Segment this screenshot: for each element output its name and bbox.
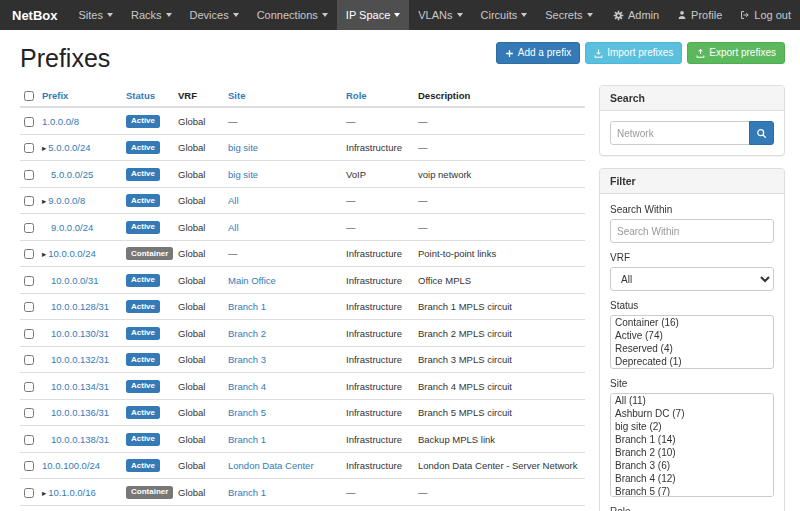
status-badge: Active <box>126 300 160 313</box>
list-option[interactable]: Deprecated (1) <box>611 355 773 368</box>
prefix-link[interactable]: 10.0.0.0/31 <box>51 275 99 286</box>
nav-item-secrets[interactable]: Secrets <box>536 0 601 30</box>
prefix-link[interactable]: 10.0.0.132/31 <box>51 354 109 365</box>
status-badge: Active <box>126 115 160 128</box>
export-prefixes-button[interactable]: Export prefixes <box>687 42 785 64</box>
row-checkbox[interactable] <box>24 196 34 206</box>
row-checkbox[interactable] <box>24 276 34 286</box>
nav-item-racks[interactable]: Racks <box>122 0 181 30</box>
table-row: 10.0.0.130/31ActiveGlobalBranch 2Infrast… <box>20 320 585 347</box>
site-link[interactable]: Branch 4 <box>228 381 266 392</box>
nav-item-ip-space[interactable]: IP Space <box>337 0 409 30</box>
prefix-link[interactable]: 9.0.0.0/8 <box>48 195 85 206</box>
row-checkbox[interactable] <box>24 488 34 498</box>
site-link[interactable]: Branch 1 <box>228 434 266 445</box>
table-row: ▸10.1.0.0/24ContainerGlobalBranch 1Infra… <box>20 505 585 511</box>
add-prefix-button[interactable]: Add a prefix <box>496 42 580 64</box>
nav-item-circuits[interactable]: Circuits <box>472 0 537 30</box>
site-cell: — <box>228 116 238 127</box>
vrf-cell: Global <box>174 426 224 453</box>
site-link[interactable]: Branch 5 <box>228 407 266 418</box>
list-option[interactable]: big site (2) <box>611 420 773 433</box>
prefix-link[interactable]: 10.0.0.0/24 <box>48 248 96 259</box>
prefix-link[interactable]: 5.0.0.0/25 <box>51 169 93 180</box>
role-cell: Infrastructure <box>342 293 414 320</box>
search-input[interactable] <box>610 121 750 145</box>
prefix-link[interactable]: 10.1.0.0/16 <box>48 487 96 498</box>
list-option[interactable]: Branch 1 (14) <box>611 433 773 446</box>
row-checkbox[interactable] <box>24 302 34 312</box>
column-header-site[interactable]: Site <box>224 85 342 107</box>
description-cell: — <box>414 479 585 506</box>
site-link[interactable]: big site <box>228 142 258 153</box>
prefix-link[interactable]: 9.0.0.0/24 <box>51 222 93 233</box>
list-option[interactable]: Container (16) <box>611 316 773 329</box>
table-row: 10.0.0.0/31ActiveGlobalMain OfficeInfras… <box>20 267 585 294</box>
row-checkbox[interactable] <box>24 249 34 259</box>
nav-admin[interactable]: Admin <box>604 0 668 30</box>
prefix-link[interactable]: 10.0.0.136/31 <box>51 407 109 418</box>
table-row: ▸9.0.0.0/8ActiveGlobalAll—— <box>20 187 585 214</box>
vrf-select[interactable]: All <box>610 267 774 291</box>
site-link[interactable]: Branch 3 <box>228 354 266 365</box>
row-checkbox[interactable] <box>24 382 34 392</box>
description-cell: — <box>414 134 585 161</box>
prefix-link[interactable]: 10.0.100.0/24 <box>42 460 100 471</box>
row-checkbox[interactable] <box>24 170 34 180</box>
site-link[interactable]: Branch 1 <box>228 301 266 312</box>
row-checkbox[interactable] <box>24 435 34 445</box>
column-header-prefix[interactable]: Prefix <box>38 85 122 107</box>
site-link[interactable]: All <box>228 195 239 206</box>
site-link[interactable]: Main Office <box>228 275 276 286</box>
site-link[interactable]: Branch 1 <box>228 487 266 498</box>
nav-logout[interactable]: Log out <box>731 0 800 30</box>
description-cell: voip network <box>414 161 585 188</box>
status-listbox[interactable]: Container (16)Active (74)Reserved (4)Dep… <box>610 315 774 369</box>
list-option[interactable]: Active (74) <box>611 329 773 342</box>
vrf-cell: Global <box>174 320 224 347</box>
select-all-cell <box>20 85 38 107</box>
prefix-link[interactable]: 1.0.0.0/8 <box>42 116 79 127</box>
search-button[interactable] <box>749 121 774 145</box>
nav-user-menu: Admin Profile Log out <box>604 0 800 30</box>
chevron-down-icon <box>587 13 593 17</box>
prefix-link[interactable]: 10.0.0.128/31 <box>51 301 109 312</box>
row-checkbox[interactable] <box>24 329 34 339</box>
nav-item-connections[interactable]: Connections <box>248 0 337 30</box>
prefix-link[interactable]: 10.0.0.138/31 <box>51 434 109 445</box>
row-checkbox[interactable] <box>24 143 34 153</box>
row-checkbox[interactable] <box>24 223 34 233</box>
search-within-input[interactable] <box>610 219 774 243</box>
site-listbox[interactable]: All (11)Ashburn DC (7)big site (2)Branch… <box>610 393 774 497</box>
import-prefixes-button[interactable]: Import prefixes <box>585 42 682 64</box>
list-option[interactable]: Branch 5 (7) <box>611 485 773 497</box>
list-option[interactable]: Reserved (4) <box>611 342 773 355</box>
row-checkbox[interactable] <box>24 117 34 127</box>
vrf-cell: Global <box>174 240 224 267</box>
list-option[interactable]: All (11) <box>611 394 773 407</box>
site-link[interactable]: Branch 2 <box>228 328 266 339</box>
nav-item-sites[interactable]: Sites <box>70 0 122 30</box>
row-checkbox[interactable] <box>24 408 34 418</box>
list-option[interactable]: Branch 2 (10) <box>611 446 773 459</box>
list-option[interactable]: Branch 4 (12) <box>611 472 773 485</box>
vrf-cell: Global <box>174 134 224 161</box>
brand-logo[interactable]: NetBox <box>0 0 70 30</box>
select-all-checkbox[interactable] <box>24 91 34 101</box>
filter-panel: Filter Search Within VRF All Status Cont… <box>599 168 785 511</box>
list-option[interactable]: Ashburn DC (7) <box>611 407 773 420</box>
prefix-link[interactable]: 5.0.0.0/24 <box>48 142 90 153</box>
prefix-link[interactable]: 10.0.0.130/31 <box>51 328 109 339</box>
row-checkbox[interactable] <box>24 355 34 365</box>
site-link[interactable]: All <box>228 222 239 233</box>
nav-item-vlans[interactable]: VLANs <box>409 0 471 30</box>
row-checkbox[interactable] <box>24 461 34 471</box>
site-link[interactable]: big site <box>228 169 258 180</box>
site-link[interactable]: London Data Center <box>228 460 314 471</box>
prefix-link[interactable]: 10.0.0.134/31 <box>51 381 109 392</box>
nav-item-devices[interactable]: Devices <box>181 0 248 30</box>
column-header-role[interactable]: Role <box>342 85 414 107</box>
column-header-status[interactable]: Status <box>122 85 174 107</box>
nav-profile[interactable]: Profile <box>668 0 731 30</box>
list-option[interactable]: Branch 3 (6) <box>611 459 773 472</box>
